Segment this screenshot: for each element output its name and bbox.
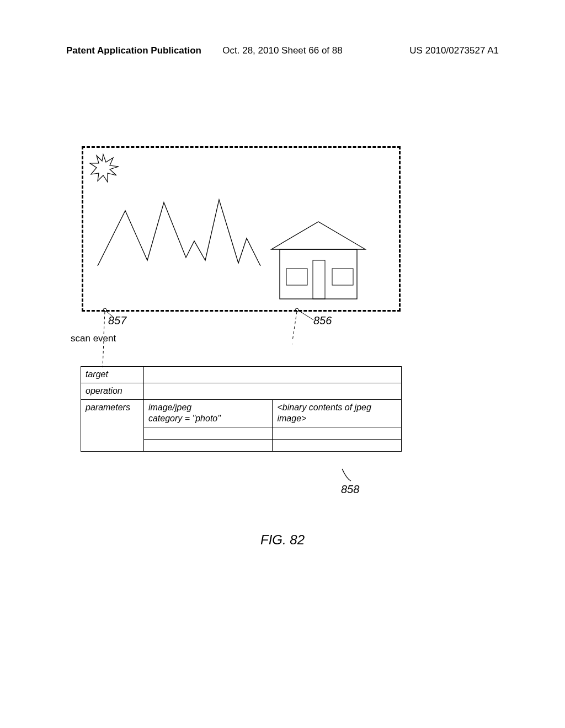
scan-event-label: scan event bbox=[71, 333, 116, 344]
svg-line-11 bbox=[292, 312, 297, 341]
image-frame bbox=[82, 146, 401, 312]
table-row: parameters image/jpeg category = "photo"… bbox=[81, 399, 402, 427]
header-right: US 2010/0273527 A1 bbox=[409, 45, 499, 56]
svg-rect-3 bbox=[286, 269, 307, 285]
svg-point-6 bbox=[103, 308, 106, 312]
svg-point-10 bbox=[295, 308, 299, 312]
cell bbox=[143, 383, 401, 399]
cell bbox=[143, 427, 273, 440]
figure-caption: FIG. 82 bbox=[260, 532, 305, 548]
header-left: Patent Application Publication bbox=[66, 45, 201, 56]
cell bbox=[143, 367, 401, 383]
cell: image/jpeg category = "photo" bbox=[143, 399, 273, 427]
cell bbox=[273, 427, 402, 440]
cell: <binary contents of jpeg image> bbox=[273, 399, 402, 427]
mountains-icon bbox=[98, 200, 260, 266]
svg-line-7 bbox=[104, 312, 105, 335]
event-table: target operation parameters image/jpeg c… bbox=[81, 366, 402, 452]
cell bbox=[273, 440, 402, 452]
house-icon bbox=[271, 222, 365, 299]
callout-857: 857 bbox=[108, 314, 126, 327]
figure-area bbox=[82, 146, 401, 312]
svg-line-13 bbox=[299, 311, 313, 320]
header-center: Oct. 28, 2010 Sheet 66 of 88 bbox=[222, 45, 342, 56]
leader-line-856 bbox=[292, 308, 315, 368]
row-label: target bbox=[81, 367, 144, 383]
leader-line-858 bbox=[340, 468, 362, 484]
svg-rect-2 bbox=[280, 249, 357, 299]
svg-marker-1 bbox=[271, 222, 365, 249]
svg-marker-0 bbox=[90, 154, 119, 182]
table-row: operation bbox=[81, 383, 402, 399]
row-label: parameters bbox=[81, 399, 144, 452]
sun-icon bbox=[90, 154, 119, 182]
callout-856: 856 bbox=[313, 314, 332, 327]
table-row: target bbox=[81, 367, 402, 383]
callout-858: 858 bbox=[341, 483, 359, 496]
scene-illustration bbox=[86, 150, 397, 308]
cell bbox=[143, 440, 273, 452]
svg-rect-4 bbox=[332, 269, 353, 285]
svg-rect-5 bbox=[313, 260, 325, 299]
row-label: operation bbox=[81, 383, 144, 399]
svg-line-8 bbox=[103, 341, 104, 367]
